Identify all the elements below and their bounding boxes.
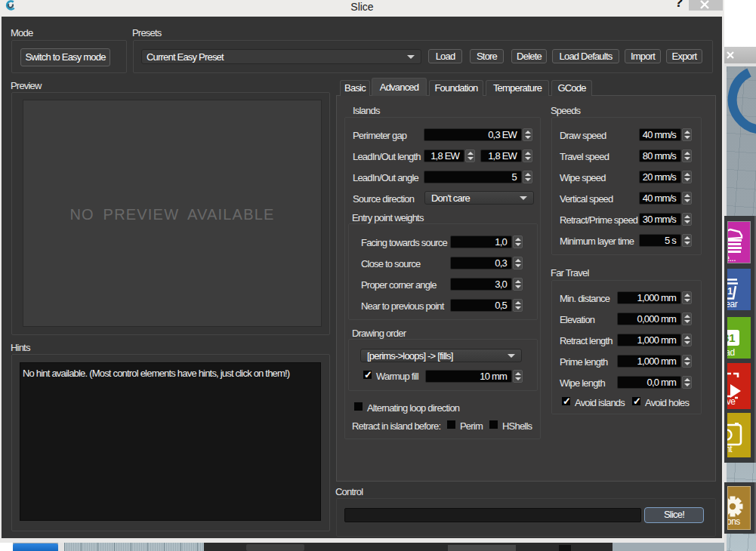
svg-text:1: 1 (727, 285, 733, 297)
svg-text:31: 31 (727, 331, 736, 344)
